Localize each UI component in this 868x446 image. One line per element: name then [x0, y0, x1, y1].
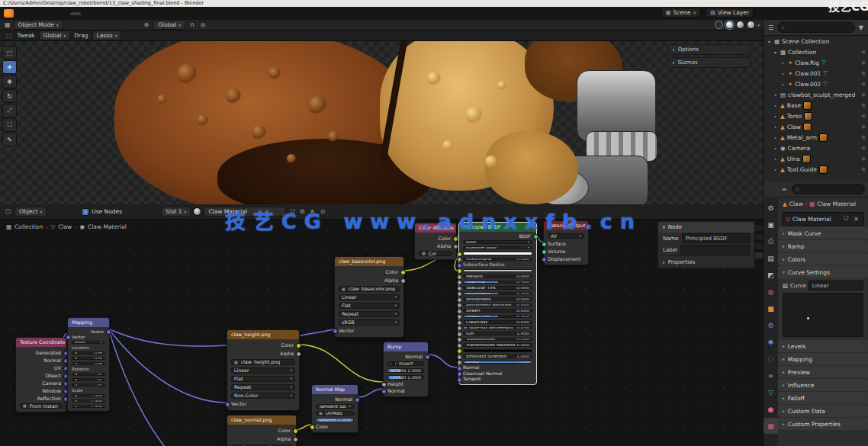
disclosure-icon[interactable]: • [773, 103, 778, 108]
node-row[interactable]: Emission Strength1.000 [459, 354, 536, 360]
disclosure-icon[interactable]: • [773, 146, 778, 151]
node-row[interactable]: Vector [335, 326, 403, 335]
node-row[interactable]: Object [16, 371, 66, 379]
outliner-row[interactable]: • ◉ Camera ◉ [764, 143, 868, 153]
node-row[interactable]: Color [335, 268, 403, 276]
outliner-row[interactable]: ▾ ▦ Scene Collection [764, 36, 868, 47]
node-mapping[interactable]: Mapping VectorVectorPointLocationX0 mY0 … [67, 317, 110, 412]
node-title[interactable]: claw_basecolor.png [335, 257, 403, 266]
panel-header[interactable]: ▸Ramp [778, 240, 868, 252]
node-row[interactable]: Tangent [459, 377, 536, 383]
panel-header[interactable]: ▸Custom Data [778, 405, 868, 417]
properties-tab[interactable]: ● [764, 401, 778, 417]
toolbar-button[interactable]: ✥ [2, 75, 17, 88]
panel-header[interactable]: ▸Preview [778, 366, 868, 378]
workspace-tab[interactable] [134, 12, 145, 15]
workspace-tab[interactable] [124, 12, 134, 15]
material-preview-icon[interactable] [193, 207, 201, 216]
node-row[interactable]: Strength1.000 [384, 367, 428, 374]
blender-logo-icon[interactable] [4, 9, 14, 18]
node-row[interactable]: Tangent Space [312, 403, 358, 409]
node-row[interactable]: Linear [335, 293, 403, 301]
node-row[interactable]: Normal [459, 365, 536, 371]
node-row[interactable]: Linear [227, 366, 299, 374]
node-title[interactable]: Normal Map [312, 385, 358, 394]
workspace-tab[interactable] [145, 12, 156, 15]
visibility-toggle-icon[interactable]: ◉ [861, 49, 866, 55]
workspace-tab[interactable] [102, 12, 113, 15]
disclosure-icon[interactable]: • [773, 156, 778, 162]
properties-editor-icon[interactable]: ≡ [780, 186, 789, 193]
sidebar-tab[interactable] [754, 252, 763, 259]
node-row[interactable]: X0 m [68, 350, 109, 355]
outliner-row[interactable]: ▾ ▦ Collection ◉ [764, 47, 868, 57]
node-row[interactable]: Specular0.500 [459, 279, 536, 285]
outliner-row[interactable]: • ▤ clawbot_sculpt_merged ◉ [764, 89, 868, 100]
menu-item[interactable] [26, 13, 35, 14]
toolbar-button[interactable]: ↻ [2, 89, 17, 103]
node-row[interactable]: Height [384, 380, 428, 387]
shader-type-dropdown[interactable]: Object▾ [14, 207, 47, 217]
node-row[interactable]: Anisotropic Rotation0.000 [459, 302, 536, 308]
outliner-search-input[interactable]: ⌕ [777, 22, 855, 33]
overlay-options-box[interactable]: ▸Options [668, 44, 751, 55]
node-row[interactable]: Z1.000 [68, 403, 109, 409]
transform-pivot-icon[interactable]: ⊕ [143, 21, 151, 28]
node-row[interactable]: Alpha [415, 242, 456, 249]
node-row[interactable]: Specular Tint0.000 [459, 285, 536, 291]
panel-header[interactable]: ▸Falloff [778, 392, 868, 404]
workspace-tab[interactable] [188, 12, 198, 15]
disclosure-icon[interactable]: • [773, 135, 778, 140]
disclosure-icon[interactable]: • [780, 82, 786, 87]
overlay-gizmos-box[interactable]: ▸Gizmos [668, 57, 751, 68]
node-row[interactable]: Z0 m [68, 361, 109, 366]
close-icon[interactable]: ✕ [852, 216, 860, 223]
node-title[interactable]: claw_normal.png [227, 416, 296, 425]
properties-tab[interactable]: ⚙ [764, 200, 778, 216]
outliner-row[interactable]: • ✦ Claw.002 ▽ ◉ [764, 79, 868, 89]
visibility-toggle-icon[interactable]: ◉ [861, 102, 866, 108]
node-row[interactable]: Color [312, 423, 358, 430]
outliner-editor-icon[interactable]: ☰ [767, 24, 775, 31]
node-row[interactable]: Alpha [335, 276, 403, 284]
properties-tab[interactable]: ◌ [764, 351, 778, 367]
curve-preview-widget[interactable] [783, 293, 863, 337]
breadcrumb-object[interactable]: Claw [789, 201, 803, 207]
menu-item[interactable] [53, 13, 63, 14]
solid-shading-button[interactable] [725, 21, 734, 29]
node-row[interactable]: Vector [68, 329, 109, 334]
disclosure-icon[interactable]: ▾ [767, 39, 772, 44]
scene-selector[interactable]: ▦ Scene ✕ [661, 8, 702, 18]
node-row[interactable]: Strength1.000 [312, 416, 358, 423]
node-row[interactable]: Vector [227, 399, 299, 408]
datablock-selector[interactable]: ▽ Claw Material ⛉ ✕ [782, 212, 864, 226]
visibility-toggle-icon[interactable]: ◉ [861, 134, 866, 140]
viewport-canvas[interactable]: ⬚✛✥↻⤢⛶✎ ▸Options ▸Gizmos [0, 41, 763, 204]
sidebar-tab[interactable] [754, 242, 763, 250]
breadcrumb-material[interactable]: Claw Material [817, 201, 856, 207]
visibility-toggle-icon[interactable]: ◉ [861, 166, 866, 172]
disclosure-icon[interactable]: • [780, 71, 786, 76]
filter-icon[interactable]: ▼ [857, 24, 865, 31]
node-row[interactable]: Transmission Roughness0.000 [459, 342, 536, 348]
snap-magnet-icon[interactable]: ∩ [188, 21, 196, 28]
node-normal-map[interactable]: Normal Map NormalTangent SpaceUVMapStren… [311, 384, 358, 433]
workspace-tab[interactable] [177, 12, 188, 15]
node-row[interactable]: Flat [335, 301, 403, 310]
node-bump[interactable]: Bump NormalInvertStrength1.000Distance1.… [383, 342, 429, 397]
node-row[interactable]: Y0° [68, 377, 109, 382]
disclosure-icon[interactable]: • [773, 92, 778, 98]
node-row[interactable]: Normal [312, 396, 358, 403]
node-row[interactable]: Normal [384, 387, 428, 394]
node-row[interactable]: Non-Color [227, 391, 299, 399]
editor-type-icon[interactable]: ▦ [3, 21, 12, 28]
node-row[interactable]: claw_normal.png [227, 443, 296, 446]
outliner-row[interactable]: • ▲ Metal_arm ◉ [764, 132, 868, 143]
outliner-row[interactable]: • ▲ Tool.Guide ◉ [764, 164, 868, 175]
node-title[interactable]: claw_height.png [227, 330, 299, 339]
properties-tab[interactable]: ■ [764, 300, 778, 316]
curve-point[interactable] [807, 317, 809, 319]
node-row[interactable]: UV [16, 364, 66, 371]
node-row[interactable]: Generated [16, 348, 66, 356]
panel-header[interactable]: ▸Influence [778, 379, 868, 391]
